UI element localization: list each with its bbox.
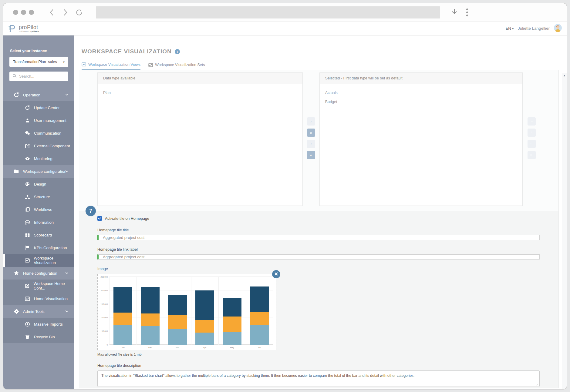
sidebar-group-label: Operation — [23, 93, 40, 97]
list-item[interactable]: Plan — [103, 88, 297, 97]
sidebar-item-workflows[interactable]: Workflows — [3, 203, 74, 216]
url-bar[interactable] — [96, 6, 440, 18]
bar-segment-middle-orange — [113, 313, 132, 325]
angles-up-button[interactable]: » — [528, 129, 536, 137]
window-dot[interactable] — [13, 10, 18, 15]
sidebar-item-user-management[interactable]: User management — [3, 114, 74, 127]
angle-down-icon: › — [529, 143, 534, 144]
sidebar-group-home-configuration[interactable]: Home configuration — [3, 267, 74, 280]
download-icon[interactable] — [451, 8, 458, 17]
sidebar-item-workspace-visualization[interactable]: Workspace Visualization — [3, 254, 74, 267]
main-scrollbar[interactable]: ▲ — [562, 73, 567, 389]
angles-left-button[interactable]: « — [307, 151, 315, 159]
sidebar-item-design[interactable]: Design — [3, 178, 74, 190]
sidebar-group-operation[interactable]: Operation — [3, 89, 74, 101]
pages-icon — [25, 207, 30, 212]
sidebar-item-kpis-configuration[interactable]: KPIs Configuration — [3, 241, 74, 254]
sidebar-item-massive-imports[interactable]: Massive Imports — [3, 318, 74, 330]
forward-icon[interactable] — [62, 8, 69, 16]
sidebar-item-external-component[interactable]: External Component — [3, 139, 74, 152]
stacked-bar-jun — [250, 277, 269, 345]
y-tick-label: 250,000 — [101, 276, 108, 278]
window-dot[interactable] — [29, 10, 34, 15]
gear-icon — [14, 309, 19, 314]
menu-kebab-icon[interactable] — [466, 8, 468, 16]
list-item[interactable]: Actuals — [325, 88, 517, 97]
tile-title-input[interactable] — [97, 235, 540, 240]
bar-segment-top-navy — [195, 290, 214, 320]
refresh-icon — [25, 105, 30, 110]
trash-icon — [25, 334, 30, 340]
language-selector[interactable]: EN ▾ — [506, 26, 514, 31]
angle-left-icon: ‹ — [310, 142, 312, 146]
angles-right-button[interactable]: » — [307, 129, 315, 137]
list-item[interactable]: Budget — [325, 97, 517, 106]
angle-up-button[interactable]: › — [528, 117, 536, 126]
sidebar-item-home-visualisation[interactable]: Home Visualisation — [3, 292, 74, 305]
info-icon[interactable]: i — [175, 49, 180, 54]
activate-homepage-checkbox[interactable] — [97, 216, 102, 221]
description-textarea[interactable]: The visualization in "Stacked bar chart"… — [97, 370, 540, 387]
table-icon — [25, 233, 30, 238]
flag-icon — [25, 245, 30, 250]
sidebar-item-monitoring[interactable]: Monitoring — [3, 152, 74, 165]
refresh-page-icon[interactable] — [75, 8, 83, 16]
sidebar-item-label: KPIs Configuration — [34, 246, 67, 250]
tab-workspace-visualization-sets[interactable]: Workspace Visualization Sets — [148, 62, 205, 70]
back-icon[interactable] — [49, 8, 55, 16]
tab-workspace-visualization-views[interactable]: Workspace Visualization Views — [82, 62, 140, 70]
sidebar-item-workspace-home-conf[interactable]: Workspace Home Conf... — [3, 280, 74, 292]
chevron-down-icon — [65, 309, 69, 314]
sidebar-group-workspace-configuration[interactable]: Workspace configuration — [3, 165, 74, 178]
instance-select[interactable]: TransformationPlan_sales ▾ — [9, 57, 68, 67]
sidebar-item-label: Design — [34, 182, 46, 186]
tile-link-input[interactable] — [97, 254, 540, 260]
avatar[interactable] — [554, 24, 562, 33]
angles-down-icon: » — [529, 154, 534, 156]
sidebar-item-information[interactable]: Information — [3, 216, 74, 229]
sidebar-item-scorecard[interactable]: Scorecard — [3, 229, 74, 241]
bar-segment-middle-orange — [250, 312, 269, 325]
selected-panel: Selected - First data type will be set a… — [319, 72, 523, 206]
angle-left-button[interactable]: ‹ — [307, 140, 315, 148]
y-tick-label: 0 — [106, 344, 108, 346]
x-tick-label: Apr — [191, 347, 218, 349]
search-input[interactable] — [19, 74, 68, 79]
chart-icon — [148, 63, 153, 67]
angle-down-button[interactable]: › — [528, 140, 536, 148]
angles-down-button[interactable]: » — [528, 151, 536, 159]
sidebar-group-admin-tools[interactable]: Admin Tools — [3, 305, 74, 318]
angle-right-button[interactable]: › — [307, 117, 315, 126]
main-content: WORKSPACE VISUALIZATION i Workspace Visu… — [74, 35, 567, 389]
window-controls[interactable] — [13, 10, 34, 15]
y-tick-label: 50,000 — [102, 330, 108, 332]
stacked-bar-feb — [141, 277, 160, 345]
remove-image-button[interactable] — [272, 270, 280, 278]
browser-chrome — [3, 3, 567, 22]
eye-icon — [25, 156, 30, 161]
window-dot[interactable] — [21, 10, 26, 15]
stacked-bar-chart: 050,000100,000150,000200,000250,000 — [100, 277, 273, 345]
sidebar-item-structure[interactable]: Structure — [3, 190, 74, 203]
sitemap-icon — [25, 194, 30, 199]
sidebar-item-label: Information — [34, 220, 54, 225]
sidebar-item-label: Workflows — [34, 207, 52, 212]
sidebar-item-label: Update Center — [34, 106, 60, 110]
sidebar-item-update-center[interactable]: Update Center — [3, 101, 74, 114]
sidebar-item-label: Recycle Bin — [34, 335, 55, 339]
sidebar-item-recycle-bin[interactable]: Recycle Bin — [3, 330, 74, 343]
y-tick-label: 150,000 — [101, 303, 108, 305]
sidebar-item-communication[interactable]: Communication — [3, 127, 74, 139]
brand-tagline: — Powered by dFakto — [19, 30, 39, 32]
angles-up-icon: » — [529, 132, 534, 134]
selected-panel-header: Selected - First data type will be set a… — [320, 73, 522, 84]
sidebar-item-label: User management — [34, 118, 66, 123]
activate-homepage-label: Activate tile on Homepage — [105, 216, 149, 221]
sidebar-item-label: Workspace Home Conf... — [34, 281, 74, 290]
stacked-bar-may — [223, 277, 241, 345]
bar-segment-top-navy — [168, 295, 187, 315]
chart-icon — [82, 62, 86, 67]
tile-link-label: Homepage tile link label — [97, 247, 540, 252]
scroll-up-arrow-icon[interactable]: ▲ — [563, 74, 566, 389]
sidebar-item-label: Workspace Visualization — [34, 256, 74, 265]
